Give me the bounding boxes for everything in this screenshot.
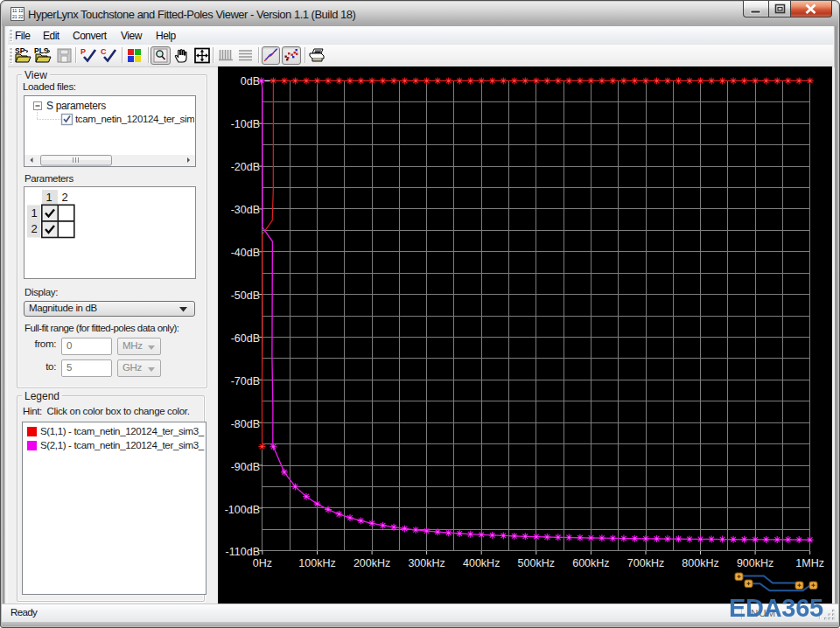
svg-text:P: P xyxy=(80,47,86,56)
svg-text:11: 11 xyxy=(12,8,17,13)
svg-text:0dB: 0dB xyxy=(241,75,260,87)
svg-text:800kHz: 800kHz xyxy=(682,557,718,569)
svg-text:-110dB: -110dB xyxy=(226,546,260,558)
svg-text:500kHz: 500kHz xyxy=(518,557,555,569)
svg-text:-10dB: -10dB xyxy=(231,118,260,130)
svg-text:12: 12 xyxy=(18,8,24,13)
svg-text:-80dB: -80dB xyxy=(231,418,260,430)
svg-text:900kHz: 900kHz xyxy=(737,557,774,569)
svg-text:21: 21 xyxy=(12,14,18,19)
svg-text:-50dB: -50dB xyxy=(231,290,260,302)
svg-text:200kHz: 200kHz xyxy=(354,557,390,569)
svg-text:2: 2 xyxy=(31,222,37,235)
svg-text:1: 1 xyxy=(46,191,52,204)
svg-text:-60dB: -60dB xyxy=(231,332,260,345)
svg-text:1: 1 xyxy=(31,206,37,220)
svg-text:22: 22 xyxy=(18,14,24,19)
svg-text:400kHz: 400kHz xyxy=(463,557,500,569)
svg-text:-30dB: -30dB xyxy=(231,204,260,216)
svg-text:0Hz: 0Hz xyxy=(253,557,272,569)
svg-text:1MHz: 1MHz xyxy=(795,557,824,569)
svg-text:300kHz: 300kHz xyxy=(408,557,444,569)
svg-text:-40dB: -40dB xyxy=(231,247,260,259)
svg-text:-100dB: -100dB xyxy=(225,504,260,516)
svg-text:700kHz: 700kHz xyxy=(627,557,664,569)
svg-text:100kHz: 100kHz xyxy=(298,557,335,569)
svg-text:600kHz: 600kHz xyxy=(572,557,609,569)
svg-text:-70dB: -70dB xyxy=(231,375,260,387)
svg-text:2: 2 xyxy=(61,191,67,204)
svg-text:-20dB: -20dB xyxy=(231,161,260,173)
svg-text:C: C xyxy=(101,47,107,56)
svg-text:-90dB: -90dB xyxy=(231,461,260,473)
